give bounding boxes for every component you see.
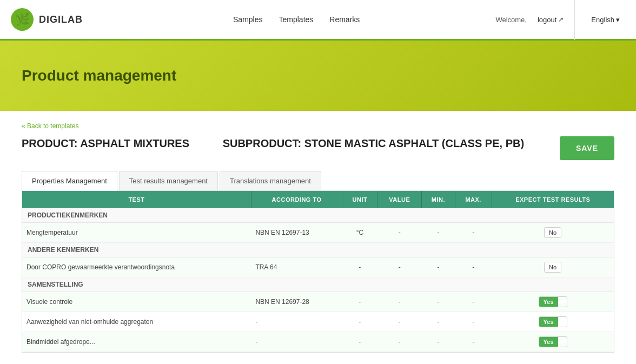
cell-max: - xyxy=(455,292,492,312)
product-header: PRODUCT: ASPHALT MIXTURES SUBPRODUCT: ST… xyxy=(22,136,614,160)
cell-min: - xyxy=(422,292,455,312)
cell-expect-test-results[interactable]: Yes xyxy=(492,292,614,312)
logout-button[interactable]: logout ↗ xyxy=(538,16,564,24)
section-name: SAMENSTELLING xyxy=(22,277,614,292)
welcome-text: Welcome, xyxy=(495,16,527,24)
subproduct-title: SUBPRODUCT: STONE MASTIC ASPHALT (CLASS … xyxy=(190,136,560,150)
col-expect-test-results: EXPECT TEST RESULTS xyxy=(492,191,614,208)
logout-label: logout xyxy=(538,16,556,24)
nav-templates[interactable]: Templates xyxy=(279,15,314,24)
cell-test: Mengtemperatuur xyxy=(22,223,251,243)
tabs-container: Properties Management Test results manag… xyxy=(22,171,614,191)
logout-icon: ↗ xyxy=(558,16,564,23)
table-row: Door COPRO gewaarmeerkte verantwoordings… xyxy=(22,257,614,277)
cell-expect-test-results[interactable]: No xyxy=(492,223,614,243)
cell-value: - xyxy=(377,292,422,312)
cell-min: - xyxy=(422,312,455,332)
properties-table: TEST ACCORDING TO UNIT VALUE MIN. MAX. E… xyxy=(22,191,614,352)
toggle-expect-button[interactable]: Yes xyxy=(539,296,567,307)
cell-max: - xyxy=(455,257,492,277)
toggle-no-label xyxy=(558,340,567,343)
app-title: DIGILAB xyxy=(39,14,83,25)
table-row: Visuele controleNBN EN 12697-28----Yes xyxy=(22,292,614,312)
table-row: MengtemperatuurNBN EN 12697-13°C---No xyxy=(22,223,614,243)
main-content: « Back to templates PRODUCT: ASPHALT MIX… xyxy=(0,111,636,363)
toggle-expect-button[interactable]: No xyxy=(544,262,561,273)
toggle-yes-label: Yes xyxy=(539,337,558,347)
toggle-yes-label: Yes xyxy=(539,297,558,307)
col-test: TEST xyxy=(22,191,251,208)
cell-expect-test-results[interactable]: Yes xyxy=(492,332,614,352)
section-name: ANDERE KENMERKEN xyxy=(22,243,614,257)
cell-according-to: NBN EN 12697-28 xyxy=(251,292,342,312)
header: 🌿 DIGILAB Samples Templates Remarks Welc… xyxy=(0,0,636,41)
chevron-down-icon: ▾ xyxy=(616,16,620,24)
page-title: Product management xyxy=(22,67,176,84)
save-button[interactable]: SAVE xyxy=(560,136,614,160)
cell-unit: - xyxy=(342,312,377,332)
section-row: ANDERE KENMERKEN xyxy=(22,243,614,257)
col-min: MIN. xyxy=(422,191,455,208)
table-row: Bindmiddel afgedrope...-----Yes xyxy=(22,332,614,352)
cell-according-to: - xyxy=(251,332,342,352)
product-title: PRODUCT: ASPHALT MIXTURES xyxy=(22,136,190,150)
header-divider xyxy=(574,0,575,40)
cell-test: Visuele controle xyxy=(22,292,251,312)
hero-banner: Product management xyxy=(0,41,636,111)
cell-unit: - xyxy=(342,292,377,312)
toggle-yes-label: Yes xyxy=(539,317,558,327)
col-according-to: ACCORDING TO xyxy=(251,191,342,208)
cell-according-to: - xyxy=(251,312,342,332)
cell-test: Door COPRO gewaarmeerkte verantwoordings… xyxy=(22,257,251,277)
cell-unit: - xyxy=(342,257,377,277)
language-selector[interactable]: English ▾ xyxy=(586,16,625,24)
tab-properties-management[interactable]: Properties Management xyxy=(22,171,117,191)
logo-area: 🌿 DIGILAB xyxy=(11,8,97,31)
toggle-expect-button[interactable]: Yes xyxy=(539,336,567,347)
cell-min: - xyxy=(422,332,455,352)
cell-unit: °C xyxy=(342,223,377,243)
toggle-no-label: No xyxy=(545,228,561,237)
cell-min: - xyxy=(422,223,455,243)
cell-min: - xyxy=(422,257,455,277)
cell-max: - xyxy=(455,312,492,332)
nav-samples[interactable]: Samples xyxy=(233,15,262,24)
cell-value: - xyxy=(377,332,422,352)
nav-remarks[interactable]: Remarks xyxy=(329,15,360,24)
col-unit: UNIT xyxy=(342,191,377,208)
cell-test: Aanwezigheid van niet-omhulde aggregaten xyxy=(22,312,251,332)
header-right: Welcome, logout ↗ English ▾ xyxy=(495,0,625,40)
toggle-expect-button[interactable]: No xyxy=(544,227,561,238)
cell-according-to: TRA 64 xyxy=(251,257,342,277)
col-value: VALUE xyxy=(377,191,422,208)
table-row: Aanwezigheid van niet-omhulde aggregaten… xyxy=(22,312,614,332)
main-nav: Samples Templates Remarks xyxy=(97,15,495,24)
toggle-expect-button[interactable]: Yes xyxy=(539,316,567,327)
table-header-row: TEST ACCORDING TO UNIT VALUE MIN. MAX. E… xyxy=(22,191,614,208)
tab-test-results-management[interactable]: Test results management xyxy=(119,171,218,190)
col-max: MAX. xyxy=(455,191,492,208)
language-label: English xyxy=(591,16,614,24)
cell-max: - xyxy=(455,223,492,243)
section-name: PRODUCTIEKENMERKEN xyxy=(22,208,614,223)
cell-test: Bindmiddel afgedrope... xyxy=(22,332,251,352)
toggle-no-label: No xyxy=(545,262,561,272)
cell-value: - xyxy=(377,223,422,243)
cell-unit: - xyxy=(342,332,377,352)
toggle-no-label xyxy=(558,300,567,303)
section-row: SAMENSTELLING xyxy=(22,277,614,292)
copro-logo: 🌿 xyxy=(11,8,34,31)
tab-translations-management[interactable]: Translations management xyxy=(220,171,321,190)
toggle-no-label xyxy=(558,320,567,323)
section-row: PRODUCTIEKENMERKEN xyxy=(22,208,614,223)
back-to-templates-link[interactable]: « Back to templates xyxy=(22,122,78,130)
cell-expect-test-results[interactable]: Yes xyxy=(492,312,614,332)
cell-value: - xyxy=(377,257,422,277)
cell-according-to: NBN EN 12697-13 xyxy=(251,223,342,243)
cell-value: - xyxy=(377,312,422,332)
cell-max: - xyxy=(455,332,492,352)
properties-table-container: TEST ACCORDING TO UNIT VALUE MIN. MAX. E… xyxy=(22,191,614,353)
cell-expect-test-results[interactable]: No xyxy=(492,257,614,277)
leaf-icon: 🌿 xyxy=(15,12,30,27)
